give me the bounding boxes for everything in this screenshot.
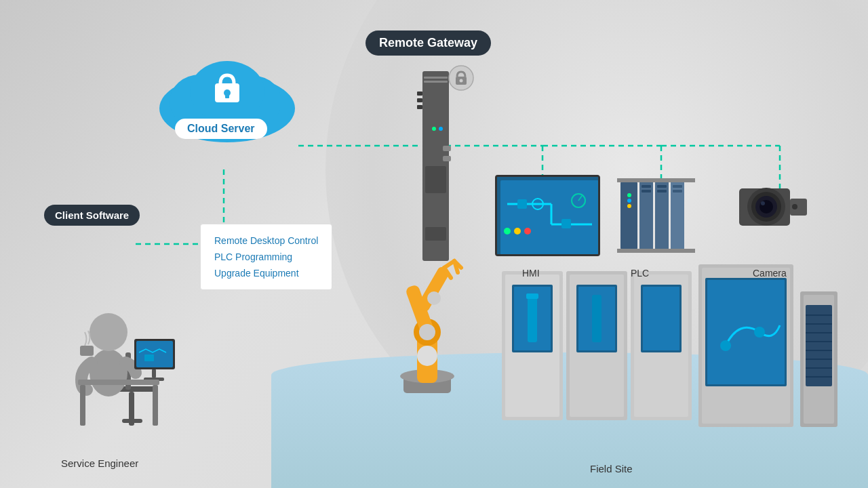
feature-box: Remote Desktop Control PLC Programming U… (200, 224, 332, 290)
field-site-label: Field Site (590, 463, 633, 474)
svg-rect-94 (707, 280, 785, 384)
svg-rect-50 (657, 190, 667, 192)
remote-gateway-label: Remote Gateway (366, 30, 491, 56)
gateway-device (417, 71, 454, 261)
svg-rect-20 (417, 98, 422, 102)
svg-rect-99 (806, 305, 832, 386)
svg-rect-15 (225, 93, 229, 98)
gateway-lock-icon (448, 64, 475, 92)
feature-upgrade-equipment: Upgrade Equipment (214, 265, 318, 281)
svg-point-73 (417, 346, 437, 366)
svg-point-74 (419, 324, 435, 340)
svg-point-95 (720, 340, 731, 351)
svg-point-41 (504, 228, 511, 235)
svg-rect-46 (642, 185, 651, 188)
svg-rect-38 (561, 219, 571, 228)
hmi-screen (495, 175, 600, 256)
main-scene: Cloud Server Remote Gateway (0, 0, 868, 488)
svg-point-64 (761, 201, 765, 205)
svg-rect-22 (443, 146, 451, 151)
svg-rect-114 (80, 346, 94, 356)
svg-rect-52 (673, 185, 682, 188)
svg-rect-19 (417, 92, 422, 96)
svg-rect-53 (673, 190, 682, 192)
svg-point-57 (627, 199, 631, 203)
svg-rect-21 (417, 105, 422, 109)
svg-point-26 (432, 127, 436, 131)
svg-rect-17 (424, 77, 448, 79)
plc-unit (617, 175, 698, 256)
machine-group (502, 264, 841, 434)
svg-point-112 (90, 349, 127, 396)
svg-rect-121 (80, 385, 85, 426)
svg-rect-54 (617, 178, 695, 182)
svg-rect-36 (517, 199, 527, 209)
svg-rect-122 (153, 385, 158, 426)
camera-unit (736, 175, 810, 249)
svg-rect-81 (526, 293, 538, 299)
svg-rect-25 (425, 227, 446, 241)
svg-rect-118 (152, 369, 156, 378)
robot-arm (366, 244, 488, 400)
svg-rect-120 (78, 380, 159, 385)
svg-point-58 (627, 204, 631, 208)
svg-rect-80 (528, 295, 537, 342)
svg-rect-44 (620, 182, 637, 249)
svg-rect-90 (643, 287, 679, 350)
svg-point-42 (514, 228, 521, 235)
svg-point-30 (460, 79, 463, 83)
svg-rect-117 (144, 354, 154, 361)
svg-rect-47 (642, 190, 651, 192)
svg-rect-23 (443, 156, 451, 161)
svg-point-75 (427, 291, 441, 305)
client-software-label: Client Software (44, 205, 140, 226)
svg-rect-110 (122, 419, 142, 423)
feature-remote-desktop: Remote Desktop Control (214, 232, 318, 249)
service-engineer-label: Service Engineer (61, 458, 138, 469)
cloud-server-label: Cloud Server (175, 119, 267, 139)
svg-point-113 (90, 313, 127, 351)
svg-rect-49 (657, 185, 667, 188)
hmi-label: HMI (522, 268, 540, 279)
svg-rect-32 (500, 180, 599, 255)
svg-point-66 (792, 204, 797, 209)
svg-point-43 (524, 228, 531, 235)
svg-point-96 (754, 327, 765, 338)
plc-label: PLC (631, 268, 649, 279)
svg-rect-116 (136, 341, 173, 367)
svg-rect-55 (617, 249, 695, 253)
person-area (34, 244, 183, 447)
svg-point-27 (439, 127, 443, 131)
svg-rect-18 (424, 81, 448, 83)
svg-point-56 (627, 193, 631, 197)
svg-rect-86 (592, 295, 601, 342)
camera-label: Camera (753, 268, 787, 279)
feature-plc-programming: PLC Programming (214, 249, 318, 265)
svg-rect-24 (425, 166, 446, 193)
